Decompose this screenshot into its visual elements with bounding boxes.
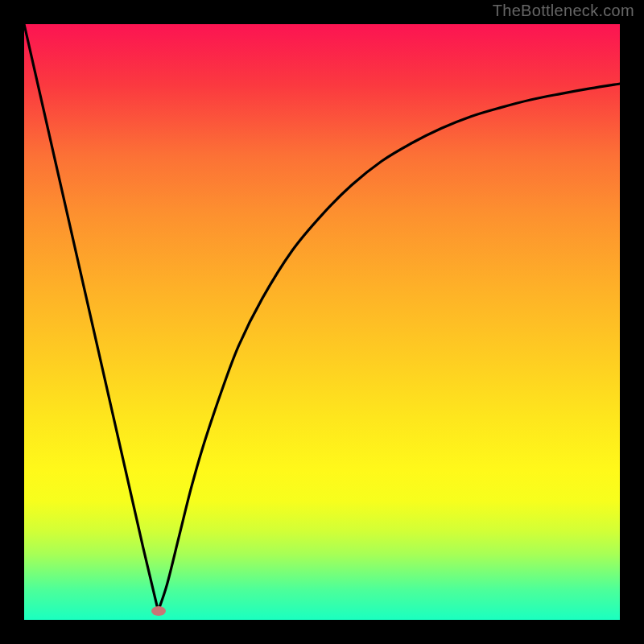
curve-svg <box>24 24 620 620</box>
attribution-text: TheBottleneck.com <box>493 2 634 20</box>
curve-right-branch <box>159 84 621 611</box>
curve-left-branch <box>24 24 159 611</box>
plot-area <box>24 24 620 620</box>
bottleneck-marker <box>151 606 166 616</box>
chart-frame: TheBottleneck.com <box>0 0 644 644</box>
